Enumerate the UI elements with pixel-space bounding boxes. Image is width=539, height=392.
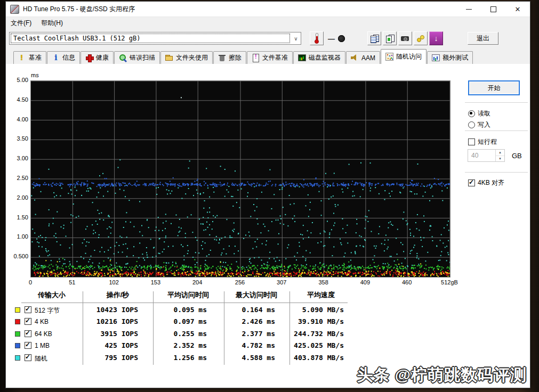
spinner-up-icon[interactable]: ▲ [496,150,504,156]
tab-3[interactable]: 健康 [81,51,114,64]
register-button[interactable] [414,31,428,45]
aam-icon [351,54,359,62]
avg-speed-value: 5.090 MB/s [275,306,344,314]
x-axis-tick-label: 51 [60,279,84,285]
write-radio[interactable]: 写入 [468,120,490,129]
close-icon: ✕ [515,6,521,13]
y-axis-tick-label: 3.00 [6,155,28,161]
maximize-icon [490,6,496,12]
table-header-5: 平均速度 [284,290,358,299]
iops-value: 795 IOPS [69,354,138,362]
table-row: 64 KB3915 IOPS0.255 ms2.377 ms244.732 MB… [6,329,358,340]
chevron-down-icon[interactable]: ∨ [291,32,301,44]
tab-6[interactable]: 擦除 [213,51,246,64]
series-color-swatch [15,343,20,348]
x-axis-tick-label: 153 [144,279,167,285]
camera-icon [401,34,409,43]
avg-access-time-value: 2.352 ms [138,341,207,349]
series-color-swatch [15,331,20,337]
align-4kb-checkbox[interactable]: 4KB 对齐 [468,178,504,187]
thermometer-icon [313,33,320,44]
tab-4[interactable]: 错误扫描 [114,51,160,64]
health-icon [85,54,93,62]
series-checkbox[interactable] [25,330,31,337]
drive-select[interactable]: Teclast CoolFlash USB3.1 (512 gB) ∨ [9,32,301,45]
screenshot-button[interactable] [398,31,412,45]
y-axis-tick-label: 1.00 [6,233,28,240]
window-title: HD Tune Pro 5.75 - 硬盘/SSD 实用程序 [23,5,135,14]
start-button[interactable]: 开始 [468,80,520,95]
radio-icon [468,110,475,117]
series-checkbox[interactable] [25,306,31,313]
max-access-time-value: 2.377 ms [206,330,275,338]
tab-1[interactable]: 基准 [13,51,46,64]
radio-icon [468,121,475,128]
benchmark-icon [18,54,26,62]
avg-speed-value: 244.732 MB/s [275,330,344,338]
menu-bar: 文件(F) 帮助(H) [6,17,530,29]
read-radio[interactable]: 读取 [468,109,490,118]
tab-10[interactable]: 随机访问 [381,49,427,64]
menu-file[interactable]: 文件(F) [6,19,36,28]
temperature-unit-icon [338,35,345,42]
temperature-button[interactable] [310,31,324,45]
series-checkbox[interactable] [25,318,31,325]
tab-label: 随机访问 [396,52,422,61]
table-header-divider [21,303,348,303]
separator [465,102,528,103]
tab-label: 磁盘监视器 [309,53,341,62]
table-row: 1 MB425 IOPS2.352 ms4.782 ms425.025 MB/s [6,341,358,352]
series-label: 随机 [35,354,47,363]
series-checkbox[interactable] [25,354,31,361]
title-bar[interactable]: HD Tune Pro 5.75 - 硬盘/SSD 实用程序 ✕ [6,2,530,17]
align-4kb-label: 4KB 对齐 [478,178,504,187]
table-header-4: 最大访问时间 [219,290,294,299]
series-label: 1 MB [35,342,50,349]
table-header-1: 传输大小 [14,290,89,299]
max-access-time-value: 4.588 ms [206,354,275,362]
x-axis-tick-label: 409 [353,279,377,285]
tab-8[interactable]: 磁盘监视器 [293,51,345,64]
y-axis-tick-label: 5.00 [6,77,28,83]
tab-label: 错误扫描 [130,53,155,62]
y-axis-tick-label: 2.50 [6,175,28,181]
table-header-3: 平均访问时间 [151,290,226,299]
main-panel: ms 0.5001.001.502.002.503.003.504.004.50… [6,64,530,388]
maximize-button[interactable] [481,2,505,17]
exit-button[interactable]: 退出 [468,32,498,45]
iops-value: 425 IOPS [69,341,138,349]
x-axis-tick-label: 460 [395,279,419,285]
avg-access-time-value: 0.095 ms [138,306,207,314]
random-access-icon [385,53,393,61]
update-button[interactable]: ↓ [429,31,443,45]
tab-label: AAM [361,54,375,62]
series-checkbox[interactable] [25,342,31,349]
menu-help[interactable]: 帮助(H) [36,19,68,28]
minimize-icon [466,9,472,10]
y-axis-tick-label: 4.50 [6,96,28,103]
avg-access-time-value: 0.255 ms [138,330,207,338]
y-axis-tick-label: 4.00 [6,116,28,123]
capacity-spinner[interactable]: 40 ▲ ▼ [468,149,505,162]
short-stroke-label: 短行程 [478,137,497,146]
copy-report-button[interactable] [367,31,381,45]
tab-11[interactable]: 额外测试 [427,51,473,64]
capacity-unit-label: GB [512,152,522,160]
download-arrow-icon: ↓ [435,34,438,43]
tab-9[interactable]: AAM [346,51,380,64]
tab-label: 额外测试 [443,53,468,62]
tab-5[interactable]: 文件夹使用 [160,51,213,64]
short-stroke-checkbox[interactable]: 短行程 [468,137,497,146]
temperature-value: — [328,35,335,43]
x-axis-tick-label: 307 [270,279,293,285]
tab-2[interactable]: 信息 [47,51,80,64]
copy-image-button[interactable] [383,31,397,45]
tab-bar: 基准信息健康错误扫描文件夹使用擦除文件基准磁盘监视器AAM随机访问额外测试 [6,48,530,64]
spinner-down-icon[interactable]: ▼ [496,156,504,162]
minimize-button[interactable] [456,2,481,17]
series-color-swatch [15,319,20,324]
close-button[interactable]: ✕ [505,2,530,17]
y-axis-tick-label: 0.500 [6,253,28,259]
tab-7[interactable]: 文件基准 [247,51,293,64]
access-time-chart [30,80,450,277]
